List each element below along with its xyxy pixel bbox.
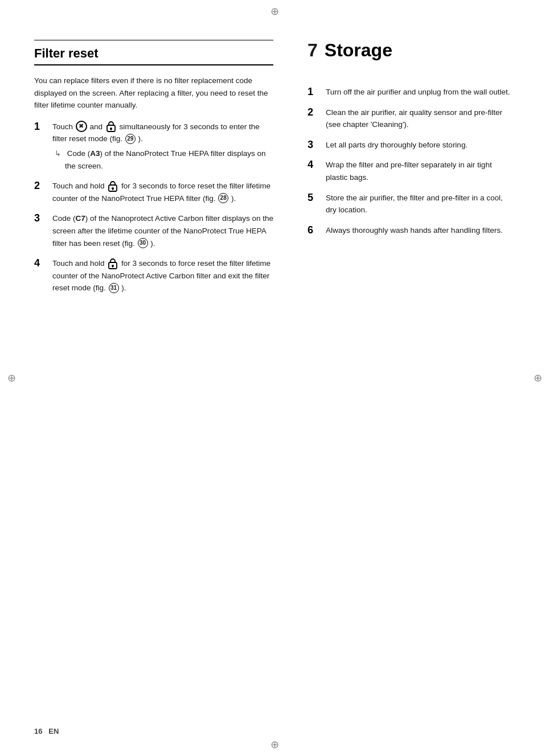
storage-step-3: 3 Let all parts dry thoroughly before st… (308, 139, 515, 151)
storage-step-2-content: Clean the air purifier, air quality sens… (326, 106, 515, 131)
step-2-text-before: Touch and hold (52, 182, 106, 190)
filter-reset-intro: You can replace filters even if there is… (34, 75, 273, 112)
filter-reset-section: Filter reset You can replace filters eve… (34, 40, 273, 302)
sub-item-1-text: Code (A3) of the NanoProtect True HEPA f… (65, 147, 273, 172)
page-lang: EN (48, 727, 59, 736)
sub-item-1: ↳ Code (A3) of the NanoProtect True HEPA… (52, 147, 273, 172)
filter-reset-title: Filter reset (34, 46, 273, 65)
arrow-icon-1: ↳ (55, 147, 65, 160)
lock-icon-1 (105, 121, 117, 132)
step-1-text-before: Touch (52, 122, 75, 131)
storage-step-3-content: Let all parts dry thoroughly before stor… (326, 139, 515, 151)
fig-30: 30 (138, 238, 148, 248)
crosshair-bottom (268, 738, 281, 751)
crosshair-right (531, 371, 544, 385)
fig-31: 31 (109, 283, 119, 293)
storage-section: 7 Storage 1 Turn off the air purifier an… (296, 40, 515, 302)
step-2-number: 2 (34, 180, 52, 192)
step-4-text-before: Touch and hold (52, 259, 106, 268)
step-1-content: Touch ✖ and (52, 121, 273, 172)
page-footer: 16 EN (34, 727, 59, 736)
storage-title: Storage (325, 40, 392, 61)
storage-step-6-content: Always thoroughly wash hands after handl… (326, 224, 515, 237)
step-3: 3 Code (C7) of the Nanoprotect Active Ca… (34, 212, 273, 249)
storage-step-6-number: 6 (308, 224, 326, 236)
step-4-number: 4 (34, 257, 52, 269)
page-number: 16 (34, 727, 42, 736)
storage-step-1-content: Turn off the air purifier and unplug fro… (326, 86, 515, 98)
step-4: 4 Touch and hold for 3 seconds to force (34, 257, 273, 294)
storage-step-4: 4 Wrap the filter and pre-filter separat… (308, 159, 515, 183)
step-1-end: ). (138, 134, 143, 143)
step-4-content: Touch and hold for 3 seconds to force re… (52, 257, 273, 294)
storage-step-5-number: 5 (308, 192, 326, 204)
storage-chapter-number: 7 (308, 40, 318, 61)
storage-step-1: 1 Turn off the air purifier and unplug f… (308, 86, 515, 98)
step-3-text-before: Code (C7) of the Nanoprotect Active Carb… (52, 214, 273, 247)
lock-icon-3 (107, 258, 118, 269)
step-4-end: ). (121, 284, 126, 292)
step-1-sublist: ↳ Code (A3) of the NanoProtect True HEPA… (52, 147, 273, 172)
lock-icon-2 (107, 180, 118, 192)
fig-29: 29 (125, 134, 136, 144)
storage-step-3-number: 3 (308, 139, 326, 151)
step-3-content: Code (C7) of the Nanoprotect Active Carb… (52, 212, 273, 249)
step-2-end: ). (231, 194, 236, 203)
crosshair-top (268, 5, 281, 18)
storage-step-1-number: 1 (308, 86, 326, 98)
step-3-end: ). (150, 239, 155, 248)
step-3-number: 3 (34, 212, 52, 224)
storage-step-5-content: Store the air purifier, the filter and p… (326, 192, 515, 216)
crosshair-left (5, 371, 18, 385)
content-area: Filter reset You can replace filters eve… (34, 40, 515, 302)
step-2-content: Touch and hold for 3 seconds to force re… (52, 180, 273, 204)
storage-step-6: 6 Always thoroughly wash hands after han… (308, 224, 515, 237)
page: Filter reset You can replace filters eve… (0, 0, 549, 756)
step-1-and: and (90, 122, 105, 131)
storage-step-2-number: 2 (308, 106, 326, 118)
storage-step-4-content: Wrap the filter and pre-filter separatel… (326, 159, 515, 183)
step-2: 2 Touch and hold for 3 seconds to force (34, 180, 273, 204)
storage-steps: 1 Turn off the air purifier and unplug f… (308, 86, 515, 236)
filter-reset-steps: 1 Touch ✖ and (34, 121, 273, 294)
section-divider (34, 40, 273, 40)
step-1: 1 Touch ✖ and (34, 121, 273, 172)
storage-step-5: 5 Store the air purifier, the filter and… (308, 192, 515, 216)
settings-icon: ✖ (76, 121, 87, 132)
fig-28: 28 (218, 193, 228, 203)
storage-step-2: 2 Clean the air purifier, air quality se… (308, 106, 515, 131)
storage-step-4-number: 4 (308, 159, 326, 171)
step-1-number: 1 (34, 121, 52, 133)
